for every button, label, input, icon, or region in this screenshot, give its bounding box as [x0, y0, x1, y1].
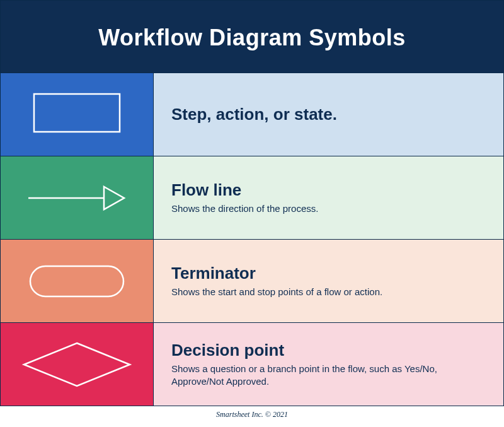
- arrow-icon: [23, 179, 130, 217]
- symbol-row-flow: Flow line Shows the direction of the pro…: [1, 156, 503, 239]
- terminator-title: Terminator: [171, 264, 486, 283]
- svg-rect-0: [34, 94, 120, 132]
- flow-title: Flow line: [171, 180, 486, 200]
- step-title: Step, action, or state.: [171, 105, 486, 124]
- svg-rect-3: [30, 266, 123, 296]
- decision-symbol-cell: [1, 323, 154, 406]
- svg-marker-2: [104, 187, 124, 209]
- symbol-row-decision: Decision point Shows a question or a bra…: [1, 322, 503, 406]
- symbol-row-terminator: Terminator Shows the start and stop poin…: [1, 239, 503, 322]
- stadium-icon: [26, 262, 127, 300]
- step-symbol-cell: [1, 73, 154, 156]
- diagram-container: Workflow Diagram Symbols Step, action, o…: [0, 0, 504, 406]
- page-title: Workflow Diagram Symbols: [7, 25, 497, 51]
- decision-text-cell: Decision point Shows a question or a bra…: [154, 323, 503, 406]
- svg-marker-4: [24, 343, 130, 386]
- decision-title: Decision point: [171, 341, 486, 360]
- terminator-text-cell: Terminator Shows the start and stop poin…: [154, 240, 503, 322]
- rectangle-icon: [33, 93, 121, 137]
- terminator-symbol-cell: [1, 240, 154, 322]
- footer-credit: Smartsheet Inc. © 2021: [0, 406, 504, 421]
- flow-desc: Shows the direction of the process.: [171, 202, 442, 215]
- symbol-row-step: Step, action, or state.: [1, 73, 503, 156]
- header: Workflow Diagram Symbols: [1, 1, 503, 73]
- diamond-icon: [20, 339, 134, 390]
- terminator-desc: Shows the start and stop points of a flo…: [171, 286, 442, 298]
- decision-desc: Shows a question or a branch point in th…: [171, 363, 442, 389]
- step-text-cell: Step, action, or state.: [154, 73, 503, 156]
- flow-symbol-cell: [1, 156, 154, 239]
- flow-text-cell: Flow line Shows the direction of the pro…: [154, 156, 503, 239]
